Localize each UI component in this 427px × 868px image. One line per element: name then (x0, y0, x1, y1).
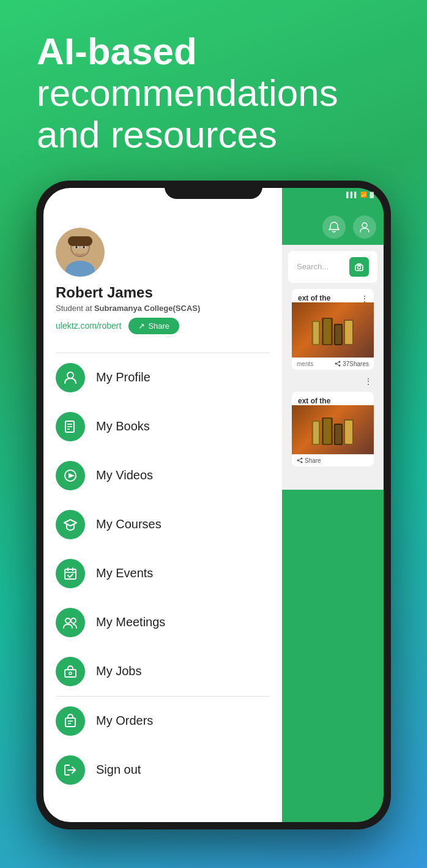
svg-point-28 (362, 223, 367, 228)
card1-more-dots[interactable]: ⋮ (360, 294, 369, 304)
profile-menu-label: My Profile (96, 370, 150, 384)
user-profile-section: Robert James Student at Subramanya Colle… (43, 215, 282, 353)
card2-text-header: ext of the (292, 392, 374, 405)
signout-menu-label: Sign out (96, 763, 141, 777)
right-panel: Search... ⋮ (282, 188, 384, 822)
right-card-2: ext of the (292, 392, 374, 466)
svg-point-7 (83, 246, 85, 249)
menu-item-courses[interactable]: My Courses (43, 500, 282, 549)
courses-icon-circle (56, 510, 85, 539)
svg-rect-38 (345, 321, 352, 344)
profile-url[interactable]: ulektz.com/robert (56, 321, 121, 331)
left-panel: Robert James Student at Subramanya Colle… (43, 188, 282, 822)
books2-illustration (308, 408, 357, 451)
signout-icon-circle (56, 755, 85, 785)
header-line3: and resources (37, 113, 277, 155)
card2-image (292, 405, 374, 454)
bell-icon-circle[interactable] (322, 215, 346, 239)
svg-line-55 (298, 458, 302, 460)
avatar (56, 228, 105, 277)
menu-item-meetings[interactable]: My Meetings (43, 598, 282, 647)
signal-icon: ▌▌▌ (346, 192, 358, 198)
college-name: Subramanya College(SCAS) (94, 304, 200, 313)
svg-line-42 (336, 362, 340, 364)
user-avatar-icon-circle[interactable] (353, 215, 376, 239)
jobs-icon-circle (56, 657, 85, 686)
svg-rect-34 (324, 319, 331, 344)
phone-body: ▌▌▌ 📶 ▓ (36, 181, 391, 829)
svg-point-23 (69, 672, 72, 675)
phone-container: ▌▌▌ 📶 ▓ (0, 181, 427, 829)
menu-item-events[interactable]: My Events (43, 549, 282, 598)
card1-share[interactable]: 37Shares (335, 361, 369, 367)
card2-share-label: Share (305, 457, 321, 464)
meetings-icon-circle (56, 608, 85, 637)
svg-rect-49 (335, 425, 341, 444)
battery-icon: ▓ (369, 192, 374, 198)
svg-point-6 (75, 246, 78, 249)
svg-rect-51 (345, 421, 352, 444)
svg-rect-22 (65, 670, 76, 677)
card1-footer: ments 37Shares (292, 357, 374, 370)
jobs-menu-label: My Jobs (96, 664, 141, 678)
events-icon-circle (56, 559, 85, 588)
share-button[interactable]: ↗ Share (128, 318, 179, 334)
user-link-row: ulektz.com/robert ↗ Share (56, 318, 270, 334)
right-card-1: ⋮ ext of the (292, 289, 374, 370)
share-label: Share (148, 321, 169, 331)
card1-comments: ments (297, 361, 313, 367)
header-section: AI-based recommendations and resources (0, 0, 427, 174)
courses-menu-label: My Courses (96, 517, 162, 531)
wifi-icon: 📶 (360, 192, 367, 198)
svg-point-21 (71, 618, 76, 623)
menu-item-books[interactable]: My Books (43, 402, 282, 451)
header-line1: AI-based (37, 30, 197, 72)
menu-item-jobs[interactable]: My Jobs (43, 647, 282, 696)
meetings-menu-label: My Meetings (96, 615, 165, 629)
avatar-svg (56, 228, 105, 277)
card1-image (292, 302, 374, 357)
search-placeholder: Search... (297, 262, 329, 271)
subtitle-text: Student at (56, 304, 94, 313)
books-icon-circle (56, 412, 85, 441)
svg-point-30 (358, 266, 361, 269)
camera-button[interactable] (349, 257, 369, 277)
svg-rect-47 (324, 419, 331, 444)
header-line2: recommendations (37, 72, 338, 114)
menu-item-signout[interactable]: Sign out (43, 746, 282, 795)
events-menu-label: My Events (96, 566, 153, 580)
svg-point-9 (67, 372, 73, 378)
videos-icon-circle (56, 461, 85, 490)
books-menu-label: My Books (96, 419, 150, 433)
card2-footer: Share (292, 454, 374, 466)
menu-item-videos[interactable]: My Videos (43, 451, 282, 500)
videos-menu-label: My Videos (96, 468, 153, 482)
card1-share-count: 37Shares (343, 361, 369, 367)
card2-share[interactable]: Share (297, 457, 321, 464)
svg-rect-24 (65, 718, 75, 727)
menu-item-orders[interactable]: My Orders (43, 697, 282, 746)
svg-point-20 (65, 618, 70, 623)
card2-title: ext of the (298, 397, 330, 405)
card1-title: ext of the (298, 294, 330, 302)
card2-more-row: ⋮ (288, 373, 377, 389)
search-bar[interactable]: Search... (288, 251, 377, 283)
user-subtitle: Student at Subramanya College(SCAS) (56, 304, 270, 313)
svg-rect-32 (313, 322, 319, 344)
app-container: AI-based recommendations and resources ▌… (0, 0, 427, 829)
right-content: Search... ⋮ (282, 245, 384, 490)
svg-line-56 (298, 460, 302, 462)
svg-line-43 (336, 364, 340, 365)
books-illustration (308, 309, 357, 351)
orders-icon-circle (56, 706, 85, 736)
menu-item-profile[interactable]: My Profile (43, 353, 282, 402)
card2-more-dots[interactable]: ⋮ (364, 376, 373, 386)
svg-rect-16 (65, 569, 76, 579)
svg-marker-15 (69, 473, 75, 478)
profile-icon-circle (56, 363, 85, 392)
user-name: Robert James (56, 284, 270, 301)
status-bar: ▌▌▌ 📶 ▓ (346, 192, 374, 198)
share-icon: ↗ (138, 321, 145, 331)
svg-rect-45 (313, 422, 319, 444)
svg-rect-36 (335, 325, 341, 344)
